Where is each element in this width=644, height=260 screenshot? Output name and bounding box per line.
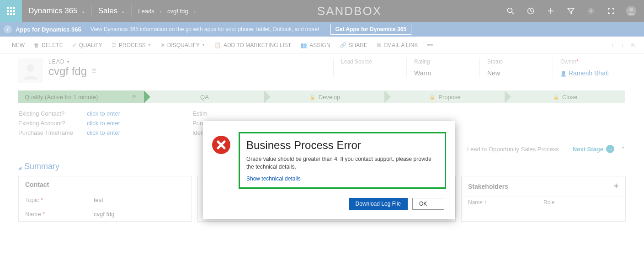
show-details-link[interactable]: Show technical details xyxy=(246,175,438,182)
download-log-button[interactable]: Download Log File xyxy=(349,198,408,210)
dialog-content: Business Process Error Grade value shoul… xyxy=(239,132,446,189)
error-dialog: Business Process Error Grade value shoul… xyxy=(203,121,455,219)
error-icon xyxy=(212,136,230,154)
dialog-footer: Download Log File OK xyxy=(203,198,455,219)
dialog-message: Grade value should be greater than 4. If… xyxy=(246,155,438,171)
ok-button[interactable]: OK xyxy=(412,198,444,210)
dialog-body: Business Process Error Grade value shoul… xyxy=(203,121,455,198)
dialog-title: Business Process Error xyxy=(246,139,438,152)
